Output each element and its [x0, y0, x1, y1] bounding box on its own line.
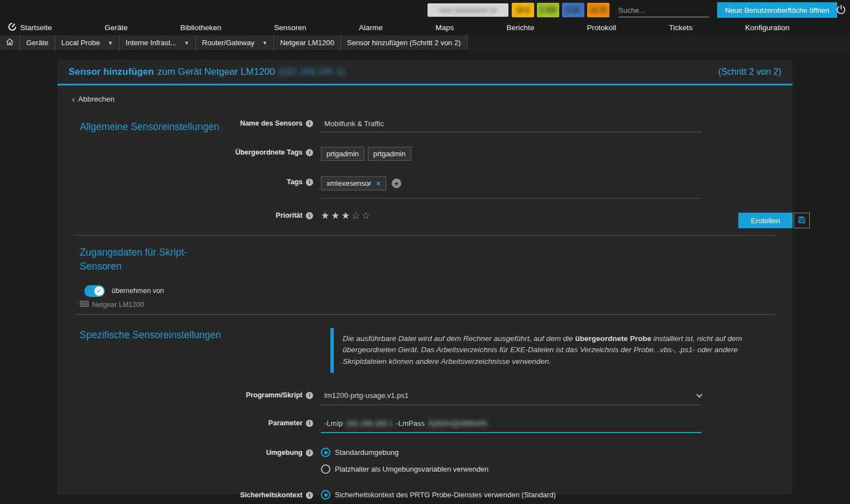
sensor-name-input[interactable]: Mobilfunk & Traffic — [321, 118, 702, 132]
star-filled-icon: ★ — [342, 210, 352, 221]
save-floppy-icon — [798, 215, 806, 226]
parameter-ip-masked: 192.168.185.1 — [346, 419, 392, 428]
check-icon: ✓ — [96, 287, 102, 295]
save-icon-button[interactable] — [794, 213, 810, 228]
section-heading-specific: Spezifische Sensoreinstellungen — [80, 328, 225, 342]
menu-item-geraete[interactable]: Geräte — [104, 23, 127, 32]
status-badge-up[interactable]: 2 505 — [537, 3, 559, 17]
section-specific-settings: Spezifische Sensoreinstellungen Die ausf… — [57, 315, 793, 504]
top-header-bar: xxxx xxxxxxxxxx xx 10 5 2 505 8 88 12 15… — [0, 0, 850, 20]
info-icon[interactable]: i — [306, 449, 313, 457]
page-title-device: zum Gerät Netgear LM1200 — [157, 66, 275, 78]
radio-selected-icon — [321, 490, 330, 500]
info-icon[interactable]: i — [306, 212, 313, 219]
info-icon[interactable]: i — [306, 149, 313, 156]
radio-standard-environment[interactable]: Standardumgebung — [321, 448, 702, 457]
page-title: Sensor hinzufügen — [69, 66, 154, 78]
status-badge-warning[interactable]: 10 5 — [512, 3, 534, 17]
menu-item-startseite[interactable]: Startseite — [8, 22, 52, 33]
row-parent-tags: Übergeordnete Tags i prtgadmin prtgadmin — [57, 147, 793, 161]
menu-item-konfiguration[interactable]: Konfiguration — [745, 23, 790, 32]
chevron-down-icon: ▼ — [184, 40, 189, 46]
chevron-down-icon: ▼ — [108, 40, 113, 46]
row-security-context: Sicherheitskontext i Sicherheitskontext … — [57, 490, 793, 504]
breadcrumb-interne-infrastruktur[interactable]: Interne Infrast... ▼ — [119, 35, 196, 50]
menu-item-berichte[interactable]: Berichte — [507, 23, 535, 32]
breadcrumb: Geräte Local Probe ▼ Interne Infrast... … — [0, 35, 850, 50]
inherit-toggle-label: übernehmen von — [112, 287, 164, 295]
status-badge-paused[interactable]: 8 88 — [562, 3, 584, 17]
status-badge-unusual[interactable]: 12 15 — [587, 3, 609, 17]
section-general-settings: Allgemeine Sensoreinstellungen Name des … — [57, 118, 793, 222]
breadcrumb-netgear-lm1200[interactable]: Netgear LM1200 — [274, 35, 341, 50]
info-icon[interactable]: i — [306, 392, 313, 399]
breadcrumb-home[interactable] — [0, 35, 20, 50]
inherit-device: Netgear LM1200 — [80, 301, 793, 309]
radio-selected-icon — [321, 448, 330, 457]
chevron-down-icon: ▼ — [262, 40, 267, 46]
info-note-box: Die ausführbare Datei wird auf dem Rechn… — [330, 328, 777, 373]
breadcrumb-local-probe[interactable]: Local Probe ▼ — [55, 35, 119, 50]
sensor-status-badges: 10 5 2 505 8 88 12 15 — [512, 3, 609, 17]
account-info-masked: xxxx xxxxxxxxxx xx — [428, 3, 508, 17]
info-icon[interactable]: i — [306, 120, 313, 127]
radio-probe-service-context[interactable]: Sicherheitskontext des PRTG Probe-Dienst… — [321, 490, 702, 500]
menu-item-alarme[interactable]: Alarme — [359, 23, 383, 32]
breadcrumb-router-gateway[interactable]: Router/Gateway ▼ — [196, 35, 274, 50]
radio-placeholder-env-vars[interactable]: Platzhalter als Umgebungsvariablen verwe… — [321, 464, 702, 474]
menu-item-tickets[interactable]: Tickets — [669, 23, 692, 32]
account-info-text: xxxx xxxxxxxxxx xx — [439, 6, 497, 14]
main-menu-bar: Startseite Geräte Bibliotheken Sensoren … — [0, 20, 850, 35]
breadcrumb-geraete[interactable]: Geräte — [20, 35, 55, 50]
star-empty-icon: ☆ — [352, 210, 362, 221]
row-parameter: Parameter i -LmIp 192.168.185.1 -LmPass … — [57, 417, 793, 433]
parent-tag-chip: prtgadmin — [321, 147, 364, 161]
info-icon[interactable]: i — [306, 492, 313, 499]
search-box — [618, 3, 709, 17]
parent-tag-chip: prtgadmin — [368, 147, 411, 161]
priority-star-rating[interactable]: ★★★☆☆ — [321, 210, 372, 221]
info-icon[interactable]: i — [306, 179, 313, 186]
inherit-toggle[interactable]: ✓ — [84, 285, 105, 297]
wizard-step-indicator: (Schritt 2 von 2) — [718, 67, 781, 77]
section-heading-credentials: Zugangsdaten für Skript-Sensoren — [80, 246, 225, 274]
chevron-down-icon — [696, 391, 702, 397]
add-sensor-panel: Sensor hinzufügen zum Gerät Netgear LM12… — [57, 60, 793, 495]
row-program-script: Programm/Skript i lm1200-prtg-usage.v1.p… — [57, 390, 793, 405]
menu-item-protokoll[interactable]: Protokoll — [587, 23, 617, 32]
row-priority: Priorität i ★★★☆☆ — [57, 210, 793, 222]
section-credentials: Zugangsdaten für Skript-Sensoren ✓ übern… — [57, 236, 793, 309]
info-icon[interactable]: i — [306, 420, 313, 427]
star-filled-icon: ★ — [331, 210, 341, 221]
panel-header: Sensor hinzufügen zum Gerät Netgear LM12… — [57, 60, 793, 85]
remove-tag-icon[interactable]: × — [376, 179, 381, 188]
open-new-ui-button[interactable]: Neue Benutzeroberfläche öffnen — [717, 2, 837, 18]
menu-item-maps[interactable]: Maps — [435, 23, 454, 32]
breadcrumb-sensor-hinzufuegen[interactable]: Sensor hinzufügen (Schritt 2 von 2) — [341, 35, 468, 50]
parameter-password-masked: Xy9zKxQvW8mPk — [428, 419, 487, 428]
star-filled-icon: ★ — [321, 210, 331, 221]
menu-item-bibliotheken[interactable]: Bibliotheken — [180, 23, 222, 32]
star-empty-icon: ☆ — [362, 210, 372, 221]
cancel-back-link[interactable]: ‹ Abbrechen — [72, 94, 114, 104]
section-heading-general: Allgemeine Sensoreinstellungen — [80, 120, 225, 134]
divider — [321, 198, 700, 199]
add-tag-icon[interactable]: + — [392, 179, 401, 188]
row-environment: Umgebung i Standardumgebung Platzhalter … — [57, 448, 793, 481]
search-input[interactable] — [618, 6, 717, 15]
chevron-left-icon: ‹ — [72, 94, 75, 104]
home-icon — [6, 38, 14, 47]
create-button-group: Erstellen — [738, 213, 810, 228]
prtg-logo-icon — [8, 22, 17, 33]
row-tags: Tags i xmlexesensor × + — [57, 176, 793, 190]
tag-chip[interactable]: xmlexesensor × — [321, 176, 386, 190]
note-text: Die ausführbare Datei wird auf dem Rechn… — [334, 328, 777, 373]
logout-power-icon[interactable] — [836, 4, 846, 17]
parameter-input[interactable]: -LmIp 192.168.185.1 -LmPass Xy9zKxQvW8mP… — [321, 417, 702, 433]
create-button[interactable]: Erstellen — [738, 213, 793, 228]
device-icon — [80, 301, 89, 309]
script-select[interactable]: lm1200-prtg-usage.v1.ps1 — [321, 390, 702, 405]
device-ip-masked: [192.168.185.1] — [278, 66, 344, 78]
menu-item-sensoren[interactable]: Sensoren — [274, 23, 306, 32]
radio-unselected-icon — [321, 464, 330, 474]
